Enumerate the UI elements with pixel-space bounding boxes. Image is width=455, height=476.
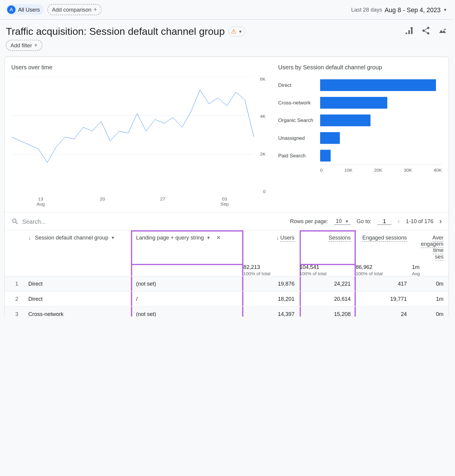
row-index: 2 [5,291,24,306]
line-chart-x-axis: 13Aug202703Sep [11,196,254,206]
cell-sessions: 20,614 [300,291,356,306]
cell-engaged: 24 [356,306,412,317]
line-chart-y-axis: 6K4K2K0 [256,76,266,194]
cell-channel: Cross-network [23,306,131,317]
bar-fill [320,79,436,91]
cell-users: 19,876 [243,276,300,291]
line-chart-title: Users over time [11,64,265,71]
thresholding-chip[interactable]: ⚠ ▼ [228,26,246,37]
search-placeholder: Search... [22,218,46,225]
customize-report-icon[interactable] [404,26,414,37]
total-engaged: 86,962100% of total [356,264,412,276]
sort-down-icon: ↓ [276,234,279,241]
cell-landing: / [131,291,243,306]
rows-per-page-label: Rows per page: [290,218,328,224]
cell-landing: (not set) [131,276,243,291]
cell-engaged: 19,771 [356,291,412,306]
dimension-channel-header[interactable]: ↓ Session default channel group ▼ [28,234,126,241]
header-bar: A All Users Add comparison + Last 28 day… [0,0,453,20]
bar-label: Direct [278,82,320,88]
add-comparison-label: Add comparison [52,7,91,13]
data-table: ↓ Session default channel group ▼ Landin… [5,230,449,317]
caret-down-icon: ▼ [345,219,349,224]
next-page-button[interactable]: › [439,217,442,226]
cell-avg: 1m [412,291,448,306]
goto-label: Go to: [357,218,371,224]
table-search[interactable]: Search... [11,217,46,225]
cell-channel: Direct [23,276,131,291]
bar-label: Organic Search [278,118,320,123]
add-comparison-button[interactable]: Add comparison + [47,4,101,15]
line-chart-svg [11,76,254,194]
cell-sessions: 24,221 [300,276,356,291]
cell-users: 14,397 [243,306,300,317]
row-index: 3 [5,306,24,317]
bar-chart-title: Users by Session default channel group [278,64,442,71]
sort-down-icon: ↓ [28,234,31,241]
table-row[interactable]: 3Cross-network(not set)14,39715,208240m [5,306,449,317]
report-card: Users over time 6K4K2K0 13Aug202703Sep U… [4,57,449,317]
date-range-text: Aug 8 - Sep 4, 2023 [384,6,440,13]
close-icon[interactable]: ✕ [216,234,221,241]
table-row[interactable]: 1Direct(not set)19,87624,2214170m [5,276,449,291]
plus-icon: + [34,42,38,49]
total-sessions: 104,541100% of total [300,264,356,276]
bar-fill [320,115,370,126]
date-range-picker[interactable]: Last 28 days Aug 8 - Sep 4, 2023 ▼ [351,6,447,13]
total-users: 82,213100% of total [243,264,300,276]
cell-avg: 0m [412,276,448,291]
line-chart[interactable]: 6K4K2K0 13Aug202703Sep [11,76,265,206]
plus-icon: + [93,6,97,13]
caret-down-icon: ▼ [443,7,447,12]
date-preset-label: Last 28 days [351,7,382,13]
bar-label: Unassigned [278,135,320,141]
row-index: 1 [5,276,24,291]
bar-label: Paid Search [278,153,320,159]
page-range-label: 1-10 of 176 [406,218,434,224]
metric-users-header[interactable]: ↓Users [243,230,300,264]
prev-page-button[interactable]: ‹ [398,217,400,226]
share-icon[interactable] [421,26,431,37]
cell-engaged: 417 [356,276,412,291]
segment-badge: A [7,5,15,14]
total-avg: 1mAvg [412,264,448,276]
cell-channel: Direct [23,291,131,306]
bar-fill [320,132,340,144]
metric-engaged-header[interactable]: Engaged sessions [356,230,412,264]
bar-fill [320,97,387,109]
bar-label: Cross-network [278,100,320,106]
cell-landing: (not set) [131,306,243,317]
metric-sessions-header[interactable]: Sessions [300,230,356,264]
rows-per-page-select[interactable]: 10 ▼ [334,218,351,225]
add-filter-label: Add filter [10,42,32,48]
bar-fill [320,150,331,161]
caret-down-icon: ▼ [238,29,242,34]
cell-sessions: 15,208 [300,306,356,317]
metric-avg-header[interactable]: Averengagemtimeses [412,230,448,264]
caret-down-icon: ▼ [206,235,210,240]
segment-chip-all-users[interactable]: A All Users [6,4,44,15]
segment-label: All Users [18,7,40,13]
cell-avg: 0m [412,306,448,317]
dimension-landing-header[interactable]: Landing page + query string ▼ ✕ [136,234,238,241]
add-filter-button[interactable]: Add filter + [6,40,42,51]
warning-icon: ⚠ [231,28,236,35]
cell-users: 18,201 [243,291,300,306]
search-icon [11,217,19,225]
bar-chart[interactable]: DirectCross-networkOrganic SearchUnassig… [278,76,442,186]
goto-input[interactable] [377,218,392,225]
insights-icon[interactable] [438,26,447,37]
page-title: Traffic acquisition: Session default cha… [6,26,225,37]
table-row[interactable]: 2Direct/18,20120,61419,7711m [5,291,449,306]
caret-down-icon: ▼ [111,235,115,240]
